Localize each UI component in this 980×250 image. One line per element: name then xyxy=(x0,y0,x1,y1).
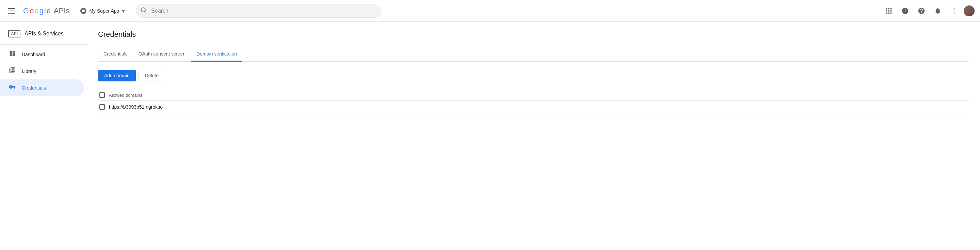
dashboard-icon xyxy=(8,50,16,59)
project-dot-icon xyxy=(80,8,86,14)
nav-right xyxy=(882,4,975,18)
sidebar-item-library[interactable]: Library xyxy=(0,63,84,80)
tab-domain-verification[interactable]: Domain verification xyxy=(191,47,242,62)
alert-icon-button[interactable] xyxy=(898,4,912,18)
sidebar-item-credentials[interactable]: Credentials xyxy=(0,80,84,96)
tab-oauth[interactable]: OAuth consent screen xyxy=(133,47,191,62)
svg-line-1 xyxy=(145,11,146,12)
row-checkbox[interactable] xyxy=(99,104,105,110)
chevron-down-icon: ▾ xyxy=(122,7,125,14)
project-name: My Super App xyxy=(89,8,119,14)
search-icon xyxy=(140,7,147,14)
search-bar xyxy=(136,4,381,18)
svg-rect-2 xyxy=(886,8,888,9)
avatar[interactable] xyxy=(964,5,975,16)
nav-left: Google APIs My Super App ▾ xyxy=(5,5,127,17)
main-content: Credentials Credentials OAuth consent sc… xyxy=(87,22,980,250)
page-title: Credentials xyxy=(98,30,969,39)
tabs: Credentials OAuth consent screen Domain … xyxy=(98,47,969,62)
domain-table: Allowed domains https://b3093b51.ngrok.i… xyxy=(98,89,969,113)
domain-url: https://b3093b51.ngrok.io xyxy=(109,104,163,110)
apps-icon-button[interactable] xyxy=(882,4,896,18)
tab-credentials[interactable]: Credentials xyxy=(98,47,133,62)
sidebar-title: APIs & Services xyxy=(24,31,64,37)
select-all-checkbox[interactable] xyxy=(99,92,105,98)
project-selector[interactable]: My Super App ▾ xyxy=(78,5,127,17)
search-input[interactable] xyxy=(136,4,381,18)
apis-label: APIs xyxy=(52,6,69,15)
help-icon-button[interactable] xyxy=(915,4,928,18)
avatar-image xyxy=(964,5,975,16)
sidebar: API APIs & Services Dashboard Library xyxy=(0,22,87,250)
svg-point-11 xyxy=(954,8,955,9)
add-domain-button[interactable]: Add domain xyxy=(98,70,136,81)
svg-rect-6 xyxy=(888,10,889,11)
hamburger-menu-button[interactable] xyxy=(5,5,18,16)
sidebar-divider xyxy=(0,44,87,45)
table-header-row: Allowed domains xyxy=(98,89,969,101)
more-options-icon-button[interactable] xyxy=(947,4,961,18)
svg-rect-8 xyxy=(886,12,888,14)
sidebar-item-label: Dashboard xyxy=(22,52,45,57)
svg-rect-10 xyxy=(891,12,892,14)
table-row: https://b3093b51.ngrok.io xyxy=(98,101,969,113)
allowed-domains-header: Allowed domains xyxy=(109,92,142,98)
sidebar-item-label: Library xyxy=(22,68,37,74)
sidebar-item-label: Credentials xyxy=(22,85,46,91)
notifications-icon-button[interactable] xyxy=(931,4,945,18)
sidebar-header: API APIs & Services xyxy=(0,24,87,43)
svg-rect-4 xyxy=(891,8,892,9)
svg-rect-3 xyxy=(888,8,889,9)
delete-button[interactable]: Delete xyxy=(138,70,165,81)
svg-point-0 xyxy=(142,8,146,11)
google-logo: Google APIs xyxy=(23,6,69,15)
app-layout: API APIs & Services Dashboard Library xyxy=(0,22,980,250)
svg-rect-5 xyxy=(886,10,888,11)
top-nav: Google APIs My Super App ▾ xyxy=(0,0,980,22)
svg-rect-7 xyxy=(891,10,892,11)
library-icon xyxy=(8,67,16,75)
api-badge: API xyxy=(8,30,21,37)
svg-point-13 xyxy=(954,13,955,14)
sidebar-item-dashboard[interactable]: Dashboard xyxy=(0,46,84,63)
svg-point-12 xyxy=(954,10,955,11)
credentials-icon xyxy=(8,83,16,92)
button-row: Add domain Delete xyxy=(98,70,969,81)
svg-rect-9 xyxy=(888,12,889,14)
